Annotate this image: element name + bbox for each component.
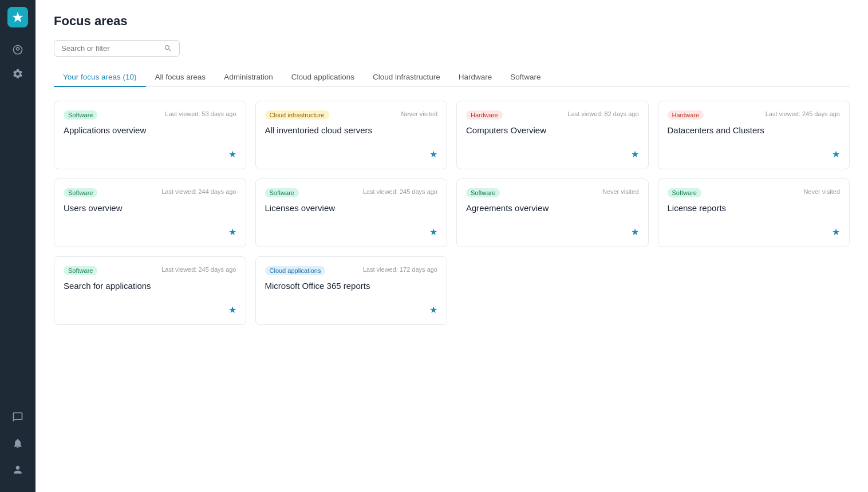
tabs: Your focus areas (10)All focus areasAdmi… bbox=[54, 68, 850, 87]
star-icon[interactable]: ★ bbox=[832, 149, 840, 160]
gear-icon[interactable] bbox=[7, 63, 29, 85]
card-last-viewed: Never visited bbox=[602, 188, 639, 195]
card-header: Software Last viewed: 244 days ago bbox=[64, 188, 236, 197]
card-title: All inventoried cloud servers bbox=[265, 125, 438, 141]
card-title: Licenses overview bbox=[265, 203, 438, 219]
search-input[interactable] bbox=[61, 44, 164, 53]
sidebar-bottom bbox=[7, 406, 29, 492]
card-footer: ★ bbox=[466, 227, 639, 237]
card-header: Hardware Last viewed: 82 days ago bbox=[466, 110, 639, 120]
card-header: Software Last viewed: 245 days ago bbox=[265, 188, 438, 197]
card-footer: ★ bbox=[265, 227, 438, 237]
focus-area-card[interactable]: Software Last viewed: 53 days ago Applic… bbox=[54, 101, 246, 169]
tab-cloud-infrastructure[interactable]: Cloud infrastructure bbox=[364, 68, 449, 87]
focus-area-card[interactable]: Software Never visited License reports ★ bbox=[658, 178, 850, 247]
focus-area-card[interactable]: Cloud applications Last viewed: 172 days… bbox=[255, 256, 448, 325]
focus-area-card[interactable]: Software Last viewed: 245 days ago Searc… bbox=[54, 256, 246, 325]
card-header: Software Never visited bbox=[668, 188, 841, 197]
card-last-viewed: Last viewed: 172 days ago bbox=[363, 266, 437, 273]
card-title: Datacenters and Clusters bbox=[668, 125, 841, 141]
card-title: Computers Overview bbox=[466, 125, 639, 141]
card-last-viewed: Never visited bbox=[401, 110, 437, 117]
card-last-viewed: Last viewed: 245 days ago bbox=[161, 266, 236, 273]
focus-area-card[interactable]: Software Last viewed: 244 days ago Users… bbox=[54, 178, 246, 247]
card-header: Software Last viewed: 245 days ago bbox=[64, 266, 236, 275]
star-icon[interactable]: ★ bbox=[228, 149, 236, 160]
card-header: Hardware Last viewed: 245 days ago bbox=[668, 110, 841, 120]
tab-software[interactable]: Software bbox=[501, 68, 550, 87]
star-icon[interactable]: ★ bbox=[631, 227, 639, 237]
card-header: Software Never visited bbox=[466, 188, 639, 197]
card-footer: ★ bbox=[64, 304, 236, 315]
card-footer: ★ bbox=[466, 149, 639, 160]
sidebar bbox=[0, 0, 35, 492]
tab-all-focus-areas[interactable]: All focus areas bbox=[146, 68, 215, 87]
card-last-viewed: Last viewed: 245 days ago bbox=[363, 188, 437, 195]
card-title: Microsoft Office 365 reports bbox=[265, 281, 438, 296]
star-icon[interactable]: ★ bbox=[832, 227, 840, 237]
card-tag: Cloud applications bbox=[265, 266, 326, 275]
app-logo[interactable] bbox=[7, 7, 28, 27]
tab-your-focus-areas[interactable]: Your focus areas (10) bbox=[54, 68, 146, 87]
settings-circle-icon[interactable] bbox=[7, 39, 29, 61]
card-last-viewed: Last viewed: 244 days ago bbox=[161, 188, 236, 195]
card-title: Users overview bbox=[64, 203, 236, 219]
page-title: Focus areas bbox=[54, 14, 850, 29]
card-tag: Software bbox=[64, 110, 97, 120]
tab-hardware[interactable]: Hardware bbox=[449, 68, 502, 87]
chat-icon[interactable] bbox=[7, 406, 29, 428]
card-footer: ★ bbox=[265, 304, 438, 315]
focus-area-card[interactable]: Software Never visited Agreements overvi… bbox=[456, 178, 649, 247]
card-tag: Hardware bbox=[668, 110, 704, 120]
card-last-viewed: Never visited bbox=[803, 188, 840, 195]
card-tag: Hardware bbox=[466, 110, 503, 120]
main-content: Focus areas Your focus areas (10)All foc… bbox=[35, 0, 868, 492]
card-tag: Cloud infrastructure bbox=[265, 110, 329, 120]
card-title: License reports bbox=[668, 203, 841, 219]
star-icon[interactable]: ★ bbox=[429, 304, 437, 315]
tab-administration[interactable]: Administration bbox=[215, 68, 282, 87]
focus-area-card[interactable]: Cloud infrastructure Never visited All i… bbox=[255, 101, 448, 169]
card-title: Search for applications bbox=[64, 281, 236, 296]
card-footer: ★ bbox=[668, 227, 841, 237]
content-area: Focus areas Your focus areas (10)All foc… bbox=[35, 0, 868, 492]
search-bar[interactable] bbox=[54, 40, 180, 57]
card-last-viewed: Last viewed: 53 days ago bbox=[165, 110, 236, 117]
card-header: Cloud infrastructure Never visited bbox=[265, 110, 438, 120]
search-icon bbox=[164, 44, 172, 53]
card-tag: Software bbox=[64, 266, 97, 275]
tab-cloud-applications[interactable]: Cloud applications bbox=[282, 68, 364, 87]
star-icon[interactable]: ★ bbox=[631, 149, 639, 160]
card-header: Cloud applications Last viewed: 172 days… bbox=[265, 266, 438, 275]
star-icon[interactable]: ★ bbox=[429, 227, 437, 237]
bell-icon[interactable] bbox=[7, 433, 29, 454]
card-tag: Software bbox=[64, 188, 97, 197]
cards-grid: Software Last viewed: 53 days ago Applic… bbox=[54, 101, 850, 325]
card-title: Applications overview bbox=[64, 125, 236, 141]
focus-area-card[interactable]: Software Last viewed: 245 days ago Licen… bbox=[255, 178, 448, 247]
card-tag: Software bbox=[668, 188, 701, 197]
card-last-viewed: Last viewed: 245 days ago bbox=[766, 110, 840, 117]
star-icon[interactable]: ★ bbox=[429, 149, 437, 160]
card-tag: Software bbox=[265, 188, 299, 197]
card-footer: ★ bbox=[265, 149, 438, 160]
card-tag: Software bbox=[466, 188, 500, 197]
user-icon[interactable] bbox=[7, 459, 29, 481]
card-footer: ★ bbox=[64, 227, 236, 237]
card-last-viewed: Last viewed: 82 days ago bbox=[567, 110, 638, 117]
star-icon[interactable]: ★ bbox=[228, 227, 236, 237]
card-title: Agreements overview bbox=[466, 203, 639, 219]
focus-area-card[interactable]: Hardware Last viewed: 245 days ago Datac… bbox=[658, 101, 850, 169]
card-footer: ★ bbox=[64, 149, 236, 160]
card-header: Software Last viewed: 53 days ago bbox=[64, 110, 236, 120]
focus-area-card[interactable]: Hardware Last viewed: 82 days ago Comput… bbox=[456, 101, 649, 169]
card-footer: ★ bbox=[668, 149, 841, 160]
star-icon[interactable]: ★ bbox=[228, 304, 236, 315]
